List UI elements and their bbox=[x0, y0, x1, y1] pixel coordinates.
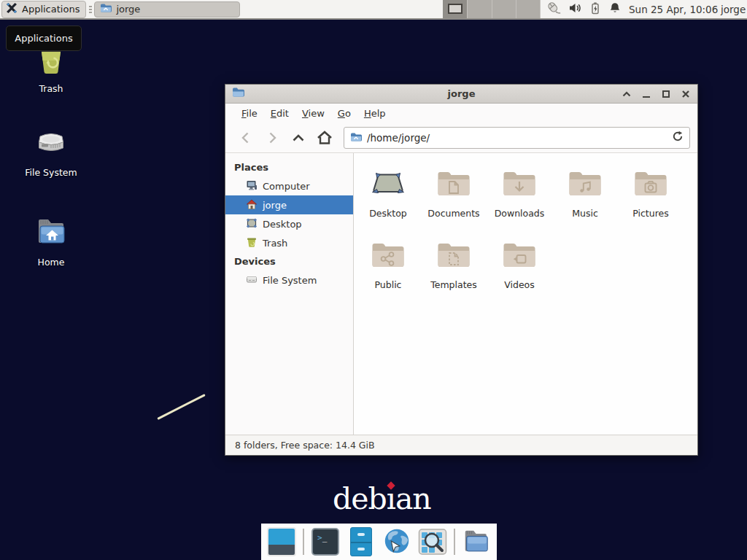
up-button[interactable] bbox=[285, 126, 311, 149]
desktop-folder-icon bbox=[371, 166, 406, 204]
debian-logo-text-end: an bbox=[395, 481, 431, 516]
side-pane: Places Computer bbox=[225, 153, 354, 435]
file-item-pictures[interactable]: Pictures bbox=[618, 162, 684, 233]
file-item-downloads[interactable]: Downloads bbox=[487, 162, 552, 233]
desktop-icon-file-system[interactable]: File System bbox=[15, 124, 88, 178]
places-header: Places bbox=[225, 158, 353, 176]
menu-edit[interactable]: Edit bbox=[264, 105, 295, 122]
file-item-label: Desktop bbox=[369, 208, 407, 219]
file-item-label: Documents bbox=[427, 208, 479, 219]
application-finder-icon[interactable] bbox=[418, 527, 447, 556]
sidebar-item-label: Desktop bbox=[263, 219, 302, 230]
taskbar-window-button[interactable]: jorge bbox=[94, 1, 240, 18]
desktop: Applications jorge bbox=[0, 0, 747, 560]
panel-clock[interactable]: Sun 25 Apr, 10:06 bbox=[629, 0, 718, 18]
dock-panel: >_ bbox=[261, 524, 497, 560]
file-item-documents[interactable]: Documents bbox=[421, 162, 487, 233]
menu-go[interactable]: Go bbox=[331, 105, 357, 122]
workspace-3[interactable] bbox=[492, 0, 516, 18]
file-item-label: Pictures bbox=[632, 208, 669, 219]
desktop-icon-label: Trash bbox=[39, 83, 63, 94]
public-folder-icon bbox=[371, 238, 406, 276]
close-button[interactable] bbox=[681, 89, 691, 99]
sidebar-item-desktop[interactable]: Desktop bbox=[225, 214, 353, 233]
workspace-4[interactable] bbox=[516, 0, 541, 18]
file-grid: Desktop Documents bbox=[354, 153, 697, 435]
file-item-label: Videos bbox=[504, 279, 535, 290]
workspace-2[interactable] bbox=[468, 0, 492, 18]
volume-icon[interactable] bbox=[568, 1, 582, 18]
file-cabinet-icon[interactable] bbox=[347, 527, 376, 556]
notifications-icon[interactable] bbox=[608, 1, 622, 18]
downloads-folder-icon bbox=[502, 166, 537, 204]
taskbar-window-label: jorge bbox=[116, 4, 140, 15]
menu-view[interactable]: View bbox=[295, 105, 331, 122]
computer-icon bbox=[246, 179, 258, 193]
panel-username[interactable]: jorge bbox=[721, 0, 746, 18]
file-item-music[interactable]: Music bbox=[552, 162, 618, 233]
file-item-label: Music bbox=[572, 208, 598, 219]
workspace-pager bbox=[443, 0, 541, 18]
workspace-window-preview bbox=[448, 4, 462, 14]
drive-icon bbox=[246, 273, 258, 287]
maximize-button[interactable] bbox=[661, 89, 671, 99]
dock-separator bbox=[303, 529, 304, 555]
show-desktop-icon[interactable] bbox=[267, 527, 296, 556]
dock-separator bbox=[454, 529, 455, 555]
window-titlebar[interactable]: jorge bbox=[225, 85, 697, 104]
sidebar-item-trash[interactable]: Trash bbox=[225, 233, 353, 252]
path-folder-icon bbox=[350, 131, 362, 145]
file-manager-icon[interactable] bbox=[462, 527, 491, 556]
file-item-label: Public bbox=[375, 279, 402, 290]
file-item-desktop[interactable]: Desktop bbox=[355, 162, 421, 233]
menu-file[interactable]: File bbox=[235, 105, 264, 122]
path-bar bbox=[344, 127, 690, 149]
pictures-folder-icon bbox=[633, 166, 668, 204]
shade-button[interactable] bbox=[622, 89, 632, 99]
window-titlebar-icon[interactable] bbox=[232, 87, 244, 101]
file-manager-window: jorge File Edit View Go Help bbox=[225, 84, 698, 456]
terminal-icon[interactable]: >_ bbox=[311, 527, 340, 556]
file-item-label: Downloads bbox=[495, 208, 545, 219]
top-panel: Applications jorge bbox=[0, 0, 747, 20]
back-button[interactable] bbox=[233, 126, 259, 149]
sidebar-item-label: jorge bbox=[263, 200, 287, 211]
folder-window-icon bbox=[100, 3, 112, 15]
workspace-1[interactable] bbox=[444, 0, 468, 18]
mouse-icon[interactable] bbox=[546, 1, 562, 18]
web-browser-icon[interactable] bbox=[382, 527, 411, 556]
user-home-icon bbox=[246, 198, 258, 212]
file-item-templates[interactable]: Templates bbox=[421, 233, 487, 305]
sidebar-item-label: Trash bbox=[263, 238, 287, 249]
minimize-button[interactable] bbox=[641, 89, 651, 99]
desktop-icon-label: Home bbox=[38, 257, 65, 268]
applications-menu-label: Applications bbox=[22, 4, 80, 15]
sidebar-item-jorge[interactable]: jorge bbox=[225, 195, 353, 214]
battery-icon[interactable] bbox=[589, 1, 602, 18]
sidebar-item-file-system[interactable]: File System bbox=[225, 271, 353, 289]
desktop-icon-home[interactable]: Home bbox=[15, 214, 88, 268]
reload-icon[interactable] bbox=[672, 131, 684, 145]
debian-logo-i: ı bbox=[387, 481, 395, 516]
home-button[interactable] bbox=[311, 126, 338, 149]
desktop-icon bbox=[246, 217, 258, 231]
menu-help[interactable]: Help bbox=[357, 105, 392, 122]
file-item-videos[interactable]: Videos bbox=[487, 233, 552, 305]
panel-handle[interactable] bbox=[88, 4, 93, 15]
sidebar-item-label: File System bbox=[263, 275, 317, 286]
trash-icon bbox=[246, 236, 258, 250]
applications-menu-button[interactable]: Applications bbox=[1, 1, 86, 18]
forward-button[interactable] bbox=[259, 126, 285, 149]
documents-folder-icon bbox=[436, 166, 471, 204]
wallpaper-swirl-line bbox=[157, 394, 205, 420]
sidebar-item-computer[interactable]: Computer bbox=[225, 176, 353, 195]
file-item-public[interactable]: Public bbox=[355, 233, 421, 305]
debian-logo-text: deb bbox=[333, 481, 387, 516]
drive-icon bbox=[34, 124, 69, 162]
status-text: 8 folders, Free space: 14.4 GiB bbox=[235, 440, 375, 451]
sidebar-item-label: Computer bbox=[263, 181, 310, 192]
system-tray bbox=[546, 0, 622, 18]
path-input[interactable] bbox=[367, 132, 667, 144]
home-folder-icon bbox=[34, 214, 69, 252]
templates-folder-icon bbox=[436, 238, 471, 276]
